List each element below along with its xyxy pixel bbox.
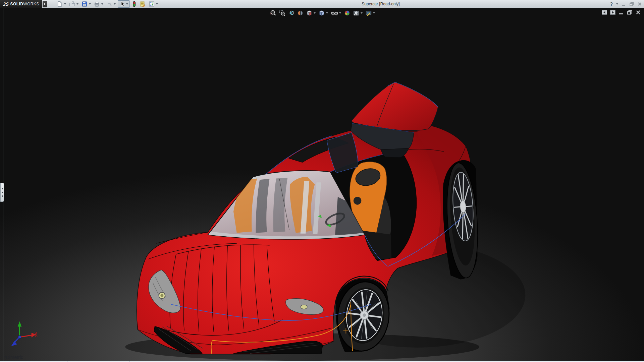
chevron-down-icon[interactable] <box>361 12 363 14</box>
print-button[interactable] <box>93 0 104 8</box>
solidworks-logo: 3S SOLIDWORKS <box>0 0 42 8</box>
options-button[interactable] <box>148 0 159 8</box>
scene-sphere-icon <box>353 10 360 16</box>
save-floppy-icon <box>81 1 88 7</box>
new-document-button[interactable] <box>56 0 67 8</box>
help-button[interactable]: ? <box>610 1 613 7</box>
chevron-down-icon[interactable] <box>156 3 158 5</box>
chevron-down-icon[interactable] <box>326 12 328 14</box>
zoom-fit-icon <box>270 10 276 16</box>
collapse-pane-left-button[interactable] <box>602 10 607 15</box>
open-button[interactable] <box>68 0 79 8</box>
shaded-cube-icon <box>318 10 325 16</box>
color-ball-icon <box>344 10 351 16</box>
close-button[interactable] <box>637 2 642 6</box>
restore-document-button[interactable] <box>627 10 633 15</box>
graphics-viewport[interactable]: *Dimetric <box>0 8 644 361</box>
rear-wheel[interactable] <box>443 160 481 280</box>
chevron-down-icon[interactable] <box>339 12 341 14</box>
restore-button[interactable] <box>629 2 634 6</box>
document-window-controls <box>602 10 641 15</box>
options-checklist-icon <box>148 1 155 7</box>
eyeglasses-icon <box>331 10 338 16</box>
solidworks-window: 3S SOLIDWORKS <box>0 0 644 362</box>
view-settings-button[interactable] <box>365 9 376 17</box>
minimize-button[interactable] <box>622 2 626 6</box>
edit-appearance-button[interactable] <box>343 9 351 17</box>
logo-text-light: WORKS <box>23 2 39 6</box>
zoom-to-fit-button[interactable] <box>269 9 277 17</box>
file-properties-button[interactable] <box>139 0 147 8</box>
select-cursor-icon <box>119 1 125 7</box>
display-style-button[interactable] <box>318 9 329 17</box>
zoom-to-area-button[interactable] <box>278 9 286 17</box>
window-controls: ? <box>610 0 642 8</box>
chevron-down-icon[interactable] <box>64 3 66 5</box>
chevron-down-icon[interactable] <box>126 3 128 5</box>
view-orientation-button[interactable] <box>306 9 316 17</box>
chevron-right-icon <box>44 3 46 5</box>
chevron-down-icon[interactable] <box>76 3 78 5</box>
chevron-left-icon <box>2 188 3 190</box>
logo-text-bold: SOLID <box>10 2 23 6</box>
section-view-button[interactable] <box>297 9 304 17</box>
close-document-button[interactable] <box>636 10 641 15</box>
chevron-left-icon <box>2 195 3 197</box>
collapse-pane-right-button[interactable] <box>610 10 615 15</box>
menu-flyout-button[interactable] <box>43 1 47 7</box>
chevron-down-icon[interactable] <box>89 3 91 5</box>
minimize-document-button[interactable] <box>619 10 624 15</box>
supercar-model[interactable] <box>0 8 644 361</box>
section-view-icon <box>297 10 304 16</box>
help-dropdown-icon[interactable] <box>616 3 618 5</box>
chevron-left-icon <box>2 191 3 193</box>
3ds-logo-icon: 3S <box>3 1 9 7</box>
hide-show-items-button[interactable] <box>330 9 342 17</box>
open-folder-icon <box>69 1 75 7</box>
chevron-down-icon[interactable] <box>314 12 316 14</box>
zoom-area-icon <box>279 10 285 16</box>
chevron-down-icon[interactable] <box>373 12 375 14</box>
status-bar <box>0 361 644 362</box>
select-tool-button[interactable] <box>118 0 130 8</box>
undo-button[interactable] <box>105 0 117 8</box>
save-button[interactable] <box>80 0 92 8</box>
apply-scene-button[interactable] <box>353 9 363 17</box>
view-cube-icon <box>306 10 313 16</box>
rebuild-button[interactable] <box>131 0 138 8</box>
printer-icon <box>94 1 100 7</box>
document-title: Supercar [Read-only] <box>347 0 414 8</box>
undo-arrow-icon <box>106 1 113 7</box>
previous-view-icon <box>288 10 294 16</box>
chevron-down-icon[interactable] <box>101 3 103 5</box>
orientation-triad <box>11 321 37 346</box>
previous-view-button[interactable] <box>287 9 295 17</box>
new-document-icon <box>56 1 63 7</box>
traffic-light-icon <box>131 1 137 7</box>
title-bar: 3S SOLIDWORKS <box>0 0 644 8</box>
document-toolbar <box>56 0 159 8</box>
heads-up-view-toolbar <box>269 9 376 17</box>
view-orientation-label: *Dimetric <box>4 355 23 360</box>
feature-manager-splitter-tab[interactable] <box>0 183 4 202</box>
monitor-pencil-icon <box>365 10 372 16</box>
chevron-down-icon[interactable] <box>114 3 116 5</box>
file-properties-icon <box>139 1 146 7</box>
